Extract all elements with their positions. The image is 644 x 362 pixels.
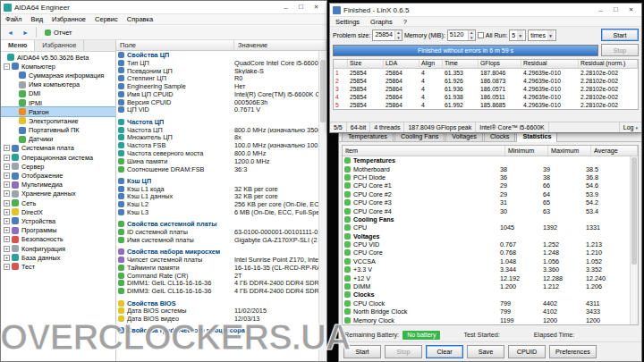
- detail-row[interactable]: Свойства ЦП: [116, 51, 318, 59]
- menu-item[interactable]: Файл: [1, 15, 26, 23]
- tree-item[interactable]: + DirectX: [1, 207, 115, 216]
- tree-item[interactable]: + Отображение: [1, 171, 115, 180]
- memory-value[interactable]: 5120: [448, 30, 468, 40]
- sensor-button[interactable]: Save: [467, 345, 504, 358]
- detail-row[interactable]: Чипсет системной платы Intel Sunrise Poi…: [116, 256, 318, 264]
- detail-row[interactable]: Имя ЦП CPUID Intel(R) Core(TM) i5-6600K …: [116, 90, 318, 98]
- problem-size-value[interactable]: 25854: [373, 30, 394, 40]
- stop-button[interactable]: Stop: [601, 44, 639, 56]
- detail-row[interactable]: Дата BIOS системы 11/02/2015: [116, 307, 318, 315]
- detail-row[interactable]: Кэш L2 256 KB per core (On-Die, ECC, Ful…: [116, 200, 318, 208]
- sensor-button[interactable]: Stop: [385, 345, 422, 358]
- detail-row[interactable]: Частота ЦП 800.0 MHz (изначально 3500 MH…: [116, 126, 318, 134]
- statistics-scrollbar[interactable]: [630, 156, 638, 324]
- back-icon[interactable]: ◄: [4, 27, 17, 38]
- tree-item[interactable]: + Хранение данных: [1, 189, 115, 198]
- column-average[interactable]: Average: [591, 146, 638, 156]
- detail-row[interactable]: Частота FSB 100.0 MHz (изначально 100 MH…: [116, 141, 318, 149]
- tree-expander-icon[interactable]: +: [4, 255, 10, 261]
- detail-row[interactable]: Тип ЦП QuadCore Intel Core i5-6600K: [116, 59, 318, 67]
- results-column-header[interactable]: Residual (norm.): [579, 60, 638, 68]
- sensor-button[interactable]: Clear: [426, 345, 463, 358]
- detail-row[interactable]: Шина памяти 1200.0 MHz: [116, 157, 318, 165]
- menu-item[interactable]: Сервис: [90, 15, 123, 23]
- close-icon[interactable]: ✕: [623, 4, 639, 16]
- tree-item[interactable]: Электропитание: [1, 116, 115, 125]
- menu-item[interactable]: Settings: [330, 18, 365, 26]
- detail-row[interactable]: Кэш L1 данных 32 KB per core: [116, 193, 318, 201]
- tree-item[interactable]: AIDA64 v5.50.3626 Beta: [1, 53, 115, 62]
- tree-expander-icon[interactable]: +: [4, 145, 10, 151]
- tree-item[interactable]: + Системная плата: [1, 144, 115, 153]
- tree-expander-icon[interactable]: +: [4, 155, 10, 161]
- forward-icon[interactable]: ►: [19, 27, 32, 38]
- results-column-header[interactable]: Time: [443, 60, 479, 68]
- tree-item[interactable]: + Сервер: [1, 162, 115, 171]
- minimize-icon[interactable]: ─: [593, 4, 608, 16]
- tree-expander-icon[interactable]: +: [4, 190, 10, 197]
- spinner-arrows-icon[interactable]: ▲▼: [394, 30, 402, 40]
- tree-expander-icon[interactable]: −: [4, 63, 10, 70]
- detail-row[interactable]: Псевдоним ЦП Skylake-S: [116, 67, 318, 75]
- detail-row[interactable]: ЦП VID 0.7671 V: [116, 106, 318, 114]
- tree-expander-icon[interactable]: +: [4, 264, 10, 270]
- tree-expander-icon[interactable]: +: [4, 181, 10, 188]
- detail-row[interactable]: Кэш L1 кода 32 KB per core: [116, 185, 318, 193]
- tree-expander-icon[interactable]: +: [4, 164, 10, 170]
- tree-item[interactable]: − Компьютер: [1, 62, 115, 71]
- maximize-icon[interactable]: ☐: [293, 2, 309, 13]
- tree-item[interactable]: + Конфигурация: [1, 244, 115, 253]
- results-column-header[interactable]: [334, 60, 348, 68]
- column-maximum[interactable]: Maximum: [548, 146, 591, 156]
- sensor-button[interactable]: CPUID: [508, 345, 546, 358]
- menu-item[interactable]: Избранное: [47, 15, 90, 23]
- results-column-header[interactable]: LDA: [384, 60, 419, 68]
- menu-item[interactable]: Graphs: [365, 18, 398, 26]
- tree-item[interactable]: + Программы: [1, 226, 115, 235]
- tree-item[interactable]: + Сеть: [1, 198, 115, 207]
- detail-row[interactable]: Имя системной платы Gigabyte GA-Z170XP-S…: [116, 236, 318, 244]
- tree-item[interactable]: + Устройства: [1, 216, 115, 225]
- detail-row[interactable]: Свойства системной платы: [116, 220, 318, 228]
- tree-item[interactable]: Разгон: [1, 107, 115, 116]
- results-column-header[interactable]: GFlops: [479, 60, 521, 68]
- column-field[interactable]: Поле: [116, 40, 234, 50]
- detail-row[interactable]: Степпинг ЦП R0: [116, 74, 318, 82]
- detail-row[interactable]: Свойства графического процессора: [116, 327, 318, 335]
- sidebar-tab[interactable]: Избранное: [35, 40, 84, 51]
- detail-row[interactable]: Версия CPUID 000506E3h: [116, 98, 318, 106]
- tree-item[interactable]: DMI: [1, 89, 115, 98]
- scrollbar-thumb[interactable]: [320, 60, 326, 122]
- detail-row[interactable]: Кэш ЦП: [116, 177, 318, 185]
- start-button[interactable]: Start: [601, 29, 639, 41]
- tree-item[interactable]: + Операционная система: [1, 153, 115, 162]
- detail-row[interactable]: Дата BIOS видео 12/03/13: [116, 315, 318, 323]
- run-units-select[interactable]: times ▼: [528, 29, 556, 41]
- tree-item[interactable]: Суммарная информация: [1, 71, 115, 80]
- scrollbar-thumb[interactable]: [631, 157, 637, 265]
- tree-expander-icon[interactable]: +: [4, 173, 10, 179]
- menu-item[interactable]: Справка: [123, 15, 157, 23]
- column-item[interactable]: Item: [343, 146, 505, 156]
- tree-item[interactable]: + База данных: [1, 253, 115, 262]
- results-column-header[interactable]: Residual: [521, 60, 579, 68]
- tree-item[interactable]: + Безопасность: [1, 235, 115, 244]
- tree-item[interactable]: Имя компьютера: [1, 80, 115, 89]
- detail-row[interactable]: Кэш L3 6 MB (On-Die, ECC, Full-Speed): [116, 208, 318, 216]
- detail-row[interactable]: Свойства набора микросхем: [116, 248, 318, 256]
- linx-titlebar[interactable]: Finished - LinX 0.6.5 ─ ☐ ✕: [330, 4, 641, 17]
- detail-scrollbar[interactable]: [318, 51, 326, 361]
- sidebar-tab[interactable]: Меню: [1, 40, 35, 51]
- close-icon[interactable]: ✕: [309, 2, 324, 13]
- problem-size-spinner[interactable]: 25854 ▲▼: [372, 29, 402, 41]
- spinner-arrows-icon[interactable]: ▲▼: [468, 30, 475, 40]
- detail-row[interactable]: Частота северного моста 800.0 MHz: [116, 149, 318, 157]
- tree-expander-icon[interactable]: +: [4, 218, 10, 224]
- results-column-header[interactable]: Size: [348, 60, 384, 68]
- tree-item[interactable]: Датчики: [1, 135, 115, 144]
- sensor-button[interactable]: Preferences: [549, 345, 597, 358]
- detail-row[interactable]: Engineering Sample Нет: [116, 82, 318, 90]
- detail-row[interactable]: Тайминги памяти 16-16-16-35 (CL-RCD-RP-R…: [116, 264, 318, 272]
- detail-row[interactable]: ID системной платы 63-0100-000001-001011…: [116, 228, 318, 236]
- detail-row[interactable]: Множитель ЦП 8x: [116, 133, 318, 141]
